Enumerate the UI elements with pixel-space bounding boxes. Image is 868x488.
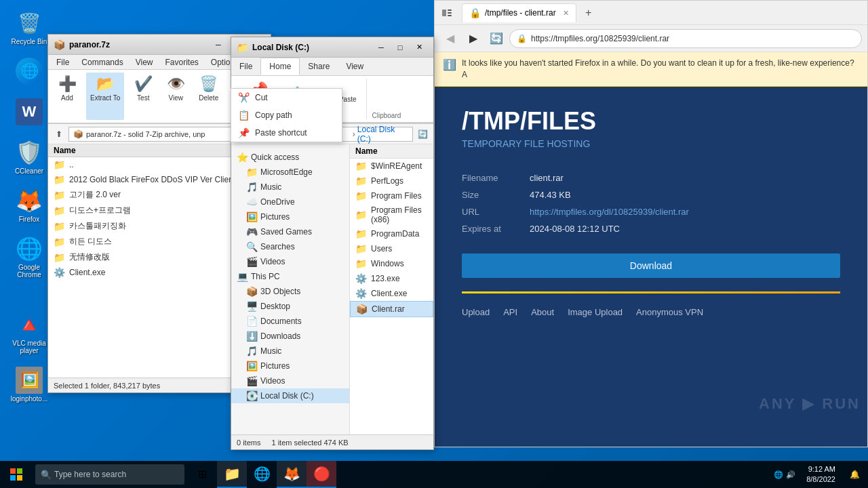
menu-commands[interactable]: Commands	[76, 56, 128, 68]
view-button[interactable]: 👁️ View	[162, 73, 189, 120]
sidebar-item-quick-access[interactable]: ⭐ Quick access	[231, 150, 349, 165]
nav-up-button[interactable]: ⬆	[51, 126, 67, 142]
taskbar-firefox-button[interactable]: 🦊	[277, 461, 307, 488]
test-button[interactable]: ✔️ Test	[130, 73, 157, 120]
desktop-icon-loginphoto[interactable]: 🖼️ loginphoto...	[5, 364, 53, 405]
file-item-perflogs[interactable]: 📁 PerfLogs	[350, 174, 433, 188]
file-item-windows[interactable]: 📁 Windows	[350, 256, 433, 271]
desktop-icon-word[interactable]: W	[5, 96, 53, 129]
microsoftedge-icon: 📁	[246, 167, 258, 178]
url-label: URL	[462, 203, 530, 220]
minimize-button[interactable]: ─	[210, 38, 227, 52]
sidebar-item-searches[interactable]: 🔍 Searches	[231, 239, 349, 254]
sidebar-item-music[interactable]: 🎵 Music	[231, 180, 349, 195]
browser-refresh-button[interactable]: 🔄	[486, 28, 507, 49]
desktop-icon-vlc[interactable]: 🔺 VLC media player	[5, 308, 53, 357]
documents-label: Documents	[260, 317, 302, 326]
network-icon[interactable]: 🌐	[774, 470, 783, 479]
sidebar-item-microsoftedge[interactable]: 📁 MicrosoftEdge	[231, 165, 349, 180]
thispc-icon: 💻	[237, 271, 248, 282]
file-item-clientrar[interactable]: 📦 Client.rar	[350, 301, 433, 317]
file-item-123exe[interactable]: ⚙️ 123.exe	[350, 271, 433, 286]
sidebar-toggle-button[interactable]	[437, 3, 456, 22]
sidebar-item-documents[interactable]: 📄 Documents	[231, 314, 349, 329]
expires-label: Expires at	[462, 220, 530, 237]
add-button[interactable]: ➕ Add	[54, 73, 81, 120]
footer-image-upload[interactable]: Image Upload	[568, 307, 623, 317]
explorer-maximize-button[interactable]: □	[391, 41, 409, 54]
tab-home[interactable]: Home	[260, 58, 300, 75]
sidebar-item-3dobjects[interactable]: 📦 3D Objects	[231, 284, 349, 299]
file-item-clientexe[interactable]: ⚙️ Client.exe	[350, 286, 433, 301]
footer-api[interactable]: API	[503, 307, 517, 317]
tab-close-icon[interactable]: ✕	[563, 9, 569, 18]
menu-favorites[interactable]: Favorites	[160, 56, 204, 68]
taskbar-edge-button[interactable]: 🌐	[247, 461, 277, 488]
footer-vpn[interactable]: Anonymous VPN	[636, 307, 703, 317]
folder-icon-winreagent: 📁	[355, 161, 367, 171]
taskbar-view-button[interactable]: ⊞	[187, 461, 217, 488]
dropdown-paste-shortcut[interactable]: 📌 Paste shortcut	[231, 124, 342, 142]
delete-button[interactable]: 🗑️ Delete	[195, 73, 222, 120]
sidebar-item-onedrive[interactable]: ☁️ OneDrive	[231, 195, 349, 209]
download-button[interactable]: Download	[462, 253, 840, 278]
sidebar-item-pictures[interactable]: 🖼️ Pictures	[231, 209, 349, 224]
taskbar-search-box[interactable]: 🔍 Type here to search	[35, 464, 184, 485]
browser-tab-active[interactable]: 🔒 /tmp/files - client.rar ✕	[462, 3, 576, 22]
sidebar-item-downloads[interactable]: ⬇️ Downloads	[231, 329, 349, 344]
sidebar-item-thispc[interactable]: 💻 This PC	[231, 269, 349, 284]
desktop-icon-ccleaner[interactable]: 🛡️ CCleaner	[5, 136, 53, 178]
sidebar-item-videos2[interactable]: 🎬 Videos	[231, 373, 349, 388]
file-item-users[interactable]: 📁 Users	[350, 241, 433, 256]
browser-forward-button[interactable]: ▶	[463, 28, 484, 49]
browser-back-button[interactable]: ◀	[440, 28, 460, 49]
file-info-row-expires: Expires at 2024-08-08 12:12 UTC	[462, 220, 840, 237]
file-icon-6: ⚙️	[54, 267, 65, 278]
start-button[interactable]	[0, 461, 33, 488]
sidebar-item-music2[interactable]: 🎵 Music	[231, 344, 349, 359]
taskbar-anyrun-button[interactable]: 🔴	[307, 461, 336, 488]
menu-file[interactable]: File	[51, 56, 75, 68]
extract-to-button[interactable]: 📂 Extract To	[86, 73, 124, 120]
dropdown-cut[interactable]: ✂️ Cut	[231, 89, 342, 106]
action-center-button[interactable]: 🔔	[841, 461, 868, 488]
sidebar-item-localdisk[interactable]: 💽 Local Disk (C:)	[231, 388, 349, 403]
file-icon-clientexe: ⚙️	[355, 288, 367, 299]
taskbar-explorer-button[interactable]: 📁	[217, 461, 247, 488]
dropdown-copy-path[interactable]: 📋 Copy path	[231, 106, 342, 124]
file-item-programfilesx86[interactable]: 📁 Program Files (x86)	[350, 203, 433, 226]
desktop-icon-chrome[interactable]: 🌐 Google Chrome	[5, 232, 53, 281]
refresh-button[interactable]: 🔄	[414, 127, 431, 142]
tab-file[interactable]: File	[231, 58, 260, 75]
menu-view[interactable]: View	[130, 56, 159, 68]
explorer-close-button[interactable]: ✕	[410, 41, 428, 54]
tab-view[interactable]: View	[338, 58, 372, 75]
file-item-programdata[interactable]: 📁 ProgramData	[350, 226, 433, 241]
desktop-icon-edge[interactable]: 🌐	[5, 55, 53, 89]
folder-icon-2: 📁	[54, 205, 65, 216]
taskbar-clock[interactable]: 9:12 AM 8/8/2022	[801, 464, 841, 485]
tab-share[interactable]: Share	[300, 58, 338, 75]
size-value: 474.43 KB	[530, 186, 840, 203]
browser-address-bar[interactable]: 🔒 https://tmpfiles.org/10825939/client.r…	[509, 29, 862, 48]
explorer-sidebar: ⭐ Quick access 📁 MicrosoftEdge 🎵 Music ☁…	[231, 144, 350, 434]
file-item-programfiles[interactable]: 📁 Program Files	[350, 188, 433, 203]
sidebar-item-pictures2[interactable]: 🖼️ Pictures	[231, 359, 349, 373]
ribbon-tabs: File Home Share View	[231, 58, 433, 76]
volume-icon[interactable]: 🔊	[786, 470, 795, 479]
sidebar-item-videos[interactable]: 🎬 Videos	[231, 254, 349, 269]
desktop-icon-firefox[interactable]: 🦊 Firefox	[5, 184, 53, 226]
sidebar-item-savedgames[interactable]: 🎮 Saved Games	[231, 224, 349, 239]
footer-upload[interactable]: Upload	[462, 307, 490, 317]
url-value[interactable]: https://tmpfiles.org/dl/10825939/client.…	[530, 203, 840, 220]
footer-about[interactable]: About	[531, 307, 554, 317]
file-list: 📁 $WinREAgent 📁 PerfLogs 📁 Program Files…	[350, 159, 433, 317]
sidebar-item-desktop[interactable]: 🖥️ Desktop	[231, 299, 349, 314]
file-item-winreagent[interactable]: 📁 $WinREAgent	[350, 159, 433, 174]
explorer-minimize-button[interactable]: ─	[372, 41, 390, 54]
new-tab-button[interactable]: +	[579, 3, 598, 22]
breadcrumb-localdisk[interactable]: Local Disk (C:)	[357, 125, 408, 144]
address-lock-icon: 🔒	[517, 34, 527, 43]
desktop-icon-recycle-bin[interactable]: 🗑️ Recycle Bin	[5, 7, 53, 48]
ccleaner-icon: 🛡️	[16, 139, 43, 166]
